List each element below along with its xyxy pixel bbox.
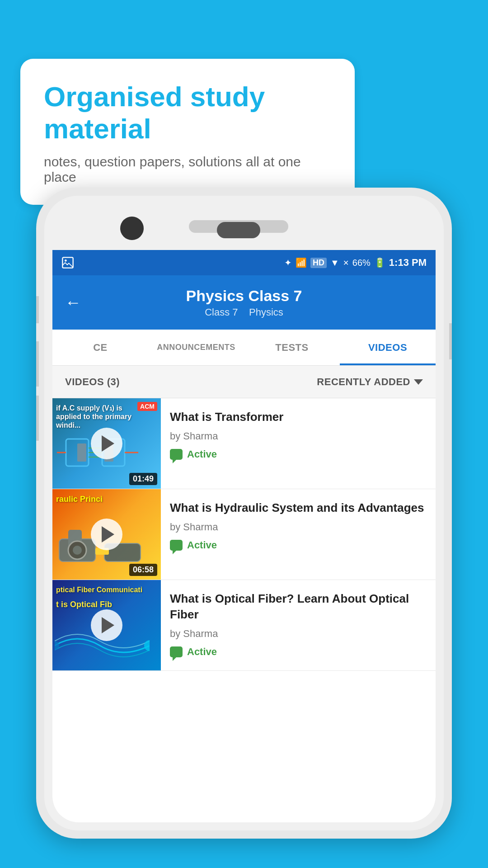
battery-icon: 🔋 [374,257,385,268]
video-list: if A.C supply (V₁) is applied to the pri… [52,398,436,671]
tab-tests[interactable]: TESTS [244,330,340,365]
active-label-2: Active [187,539,217,551]
video-item[interactable]: if A.C supply (V₁) is applied to the pri… [52,398,436,489]
app-bar: ← Physics Class 7 Class 7 Physics [52,275,436,330]
video-item-3[interactable]: ptical Fiber Communicati t is Optical Fi… [52,580,436,671]
sort-dropdown[interactable]: RECENTLY ADDED [317,376,423,388]
video-thumbnail-1: if A.C supply (V₁) is applied to the pri… [52,398,161,489]
camera-button [36,396,39,441]
filter-bar: VIDEOS (3) RECENTLY ADDED [52,366,436,398]
bubble-subtitle: notes, question papers, solutions all at… [44,154,331,185]
svg-rect-4 [77,443,86,462]
video-status-3: Active [170,646,427,658]
video-author-1: by Sharma [170,430,427,442]
chat-icon-3 [170,646,183,657]
chevron-down-icon [414,379,423,385]
tab-videos[interactable]: VIDEOS [340,330,436,365]
thumb-text-2: raulic Princi [56,495,103,505]
phone-frame: ✦ 📶 HD ▼ ✕ 66% 🔋 1:13 PM ← Physics Class… [36,188,452,839]
video-author-3: by Sharma [170,628,427,640]
svg-point-15 [73,546,82,555]
tab-ce[interactable]: CE [52,330,148,365]
status-right: ✦ 📶 HD ▼ ✕ 66% 🔋 1:13 PM [284,257,427,269]
tabs-bar: CE ANNOUNCEMENTS TESTS VIDEOS [52,330,436,366]
volume-up-button [36,296,39,323]
svg-point-1 [65,259,67,262]
video-status-1: Active [170,448,427,460]
front-camera [120,217,144,240]
duration-1: 01:49 [129,473,157,485]
active-label-1: Active [187,448,217,460]
play-button-2[interactable] [91,519,122,550]
acm-badge: ACM [137,402,157,411]
play-button-3[interactable] [91,609,122,641]
video-info-3: What is Optical Fiber? Learn About Optic… [161,580,436,670]
svg-point-18 [55,641,59,650]
video-title-2: What is Hydraulic System and its Advanta… [170,500,427,516]
thumb-text-3b: t is Optical Fib [56,600,112,609]
status-left [61,256,74,269]
chat-icon-2 [170,540,183,551]
phone-inner: ✦ 📶 HD ▼ ✕ 66% 🔋 1:13 PM ← Physics Class… [44,196,444,830]
bluetooth-icon: ✦ [284,257,292,268]
play-icon-1 [102,435,114,452]
screen: ✦ 📶 HD ▼ ✕ 66% 🔋 1:13 PM ← Physics Class… [52,250,436,822]
sort-label: RECENTLY ADDED [317,376,410,388]
video-info-2: What is Hydraulic System and its Advanta… [161,489,436,580]
video-info-1: What is Transformer by Sharma Active [161,398,436,489]
video-count: VIDEOS (3) [65,376,120,388]
app-bar-title: Physics Class 7 [65,287,423,305]
tab-announcements[interactable]: ANNOUNCEMENTS [148,330,244,365]
status-bar: ✦ 📶 HD ▼ ✕ 66% 🔋 1:13 PM [52,250,436,275]
video-title-3: What is Optical Fiber? Learn About Optic… [170,591,427,623]
signal-icon: 📶 [296,257,307,268]
play-icon-2 [102,526,114,542]
data-icon: ✕ [343,259,349,267]
bubble-title: Organised study material [44,80,331,145]
video-thumbnail-2: raulic Princi [52,489,161,580]
svg-point-17 [144,640,150,651]
hd-badge: HD [310,258,327,268]
video-item-2[interactable]: raulic Princi [52,489,436,580]
wifi-icon: ▼ [330,258,339,268]
play-icon-3 [102,617,114,633]
active-label-3: Active [187,646,217,658]
power-button [449,323,452,359]
chat-icon-1 [170,449,183,460]
duration-2: 06:58 [129,564,157,576]
play-button-1[interactable] [91,428,122,459]
back-button[interactable]: ← [65,293,81,312]
video-thumbnail-3: ptical Fiber Communicati t is Optical Fi… [52,580,161,670]
time-display: 1:13 PM [389,257,427,269]
video-title-1: What is Transformer [170,409,427,425]
gallery-icon [61,256,74,269]
thumb-text-3a: ptical Fiber Communicati [56,585,142,594]
video-author-2: by Sharma [170,521,427,533]
app-bar-subtitle: Class 7 Physics [65,307,423,318]
speech-bubble: Organised study material notes, question… [20,59,355,205]
home-button[interactable] [217,222,260,238]
volume-down-button [36,341,39,387]
thumb-text-1: if A.C supply (V₁) is applied to the pri… [56,404,146,430]
video-status-2: Active [170,539,427,551]
battery-percent: 66% [352,258,371,268]
